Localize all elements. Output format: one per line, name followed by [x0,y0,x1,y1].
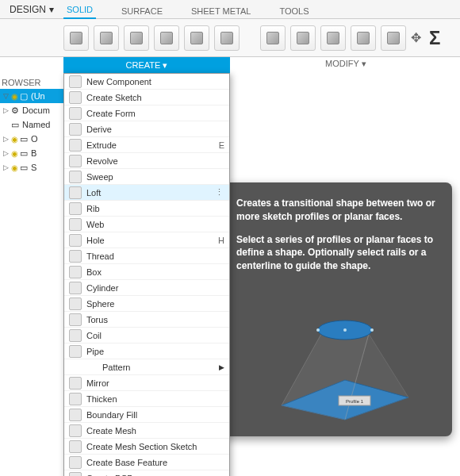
menu-item-rib[interactable]: Rib [64,201,229,217]
tree-label: O [31,134,38,144]
menu-item-sphere[interactable]: Sphere [64,296,229,312]
menu-item-label: Mirror [86,378,224,388]
tool-pattern[interactable] [214,25,240,51]
tree-node-origin[interactable]: ▷ ◉ ▭ O [0,132,63,146]
design-dropdown[interactable]: DESIGN ▾ [3,2,60,17]
sweep-icon [69,171,82,183]
menu-item-pattern[interactable]: Pattern▶ [64,359,229,375]
menu-item-boundary-fill[interactable]: Boundary Fill [64,407,229,423]
modify-dropdown-label[interactable]: MODIFY ▾ [325,59,366,69]
tool-modify-2[interactable] [290,25,316,51]
menu-item-sweep[interactable]: Sweep [64,169,229,185]
create-dropdown-header[interactable]: CREATE ▾ [63,57,230,73]
menu-item-thread[interactable]: Thread [64,248,229,264]
menu-item-revolve[interactable]: Revolve [64,153,229,169]
tree-node-document[interactable]: ▷ ⚙ Docum [0,103,63,117]
menu-item-create-mesh[interactable]: Create Mesh [64,423,229,439]
tool-hole[interactable] [184,25,209,51]
menu-item-create-pcb[interactable]: Create PCB [64,470,229,476]
menu-item-label: Cylinder [86,283,224,293]
menu-item-create-form[interactable]: Create Form [64,106,229,121]
menu-item-coil[interactable]: Coil [64,328,229,344]
tree-label: B [31,148,36,158]
menu-item-label: Torus [86,315,224,324]
tab-tools[interactable]: TOOLS [276,3,312,19]
tool-extrude[interactable] [124,25,149,51]
menu-item-new-component[interactable]: New Component [64,74,229,90]
mesh-section-icon [69,440,82,453]
menu-item-create-mesh-section-sketch[interactable]: Create Mesh Section Sketch [64,439,229,455]
menu-item-create-sketch[interactable]: Create Sketch [64,90,229,106]
menu-item-label: Derive [86,125,224,134]
web-icon [69,218,82,231]
derive-icon [69,123,82,136]
menu-item-extrude[interactable]: ExtrudeE [64,137,229,153]
ribbon-tabs: SOLID SURFACE SHEET METAL TOOLS [63,0,312,19]
thread-icon [69,250,82,263]
loft-tooltip: Creates a transitional shape between two… [222,182,452,436]
menu-item-label: Revolve [86,156,224,166]
menu-item-loft[interactable]: Loft⋮ [64,185,229,201]
tree-label: S [31,163,36,172]
menu-item-thicken[interactable]: Thicken [64,391,229,407]
tab-solid[interactable]: SOLID [63,2,96,19]
tree-node-named[interactable]: ▭ Named [0,117,63,132]
expand-icon[interactable]: ▷ [2,106,10,114]
menu-item-label: Sweep [86,172,224,182]
tab-surface[interactable]: SURFACE [118,3,166,19]
tool-revolve[interactable] [154,25,179,51]
menu-item-create-base-feature[interactable]: Create Base Feature [64,455,229,470]
menu-item-box[interactable]: Box [64,264,229,280]
lightbulb-icon[interactable]: ◉ [11,92,18,101]
folder-icon: ▭ [11,120,21,130]
menu-item-pipe[interactable]: Pipe [64,344,229,359]
loft-illustration: Profile 1 [236,282,438,425]
more-icon[interactable]: ⋮ [215,187,224,198]
create-menu: New ComponentCreate SketchCreate FormDer… [63,73,230,476]
loft-icon [69,186,82,199]
folder-icon: ▭ [20,163,29,173]
move-icon[interactable]: ✥ [411,30,421,45]
revolve-icon [69,155,82,167]
expand-icon[interactable]: ▷ [2,135,10,143]
box-icon [69,266,82,278]
menu-item-label: Create Mesh [86,426,224,436]
menu-item-cylinder[interactable]: Cylinder [64,280,229,296]
cylinder-icon [69,282,82,294]
menu-item-label: Extrude [86,140,214,150]
menu-item-label: Coil [86,331,224,340]
tool-modify-5[interactable] [381,25,406,51]
lightbulb-icon[interactable]: ◉ [11,163,18,172]
tooltip-line1: Creates a transitional shape between two… [236,197,438,224]
tree-node-bodies[interactable]: ▷ ◉ ▭ B [0,146,63,160]
browser-tree: ▽ ◉ ▢ (Un ▷ ⚙ Docum ▭ Named ▷ ◉ ▭ O ▷ ◉ … [0,89,63,175]
tool-modify-4[interactable] [351,25,376,51]
expand-icon[interactable]: ▽ [2,92,10,100]
browser-panel-title: ROWSER [2,78,41,87]
parameters-sigma-icon[interactable]: Σ [429,27,440,49]
expand-icon[interactable]: ▷ [2,163,10,171]
menu-item-web[interactable]: Web [64,217,229,232]
tool-modify-3[interactable] [320,25,346,51]
tab-sheet-metal[interactable]: SHEET METAL [188,3,254,19]
menu-item-derive[interactable]: Derive [64,121,229,137]
menu-item-mirror[interactable]: Mirror [64,375,229,391]
tool-modify-1[interactable] [260,25,286,51]
menu-item-hole[interactable]: HoleH [64,232,229,248]
tool-new-sketch[interactable] [63,25,89,51]
folder-icon: ▭ [20,134,29,144]
mirror-icon [69,377,82,390]
svg-point-4 [343,328,347,332]
tool-box[interactable] [94,25,119,51]
tree-node-root[interactable]: ▽ ◉ ▢ (Un [0,89,63,103]
tree-label: Named [22,120,50,129]
menu-item-torus[interactable]: Torus [64,312,229,328]
expand-icon[interactable]: ▷ [2,149,10,157]
boundary-fill-icon [69,409,82,421]
lightbulb-icon[interactable]: ◉ [11,135,18,144]
component-icon: ▢ [20,91,29,102]
menu-shortcut: E [219,140,224,150]
lightbulb-icon[interactable]: ◉ [11,149,18,158]
tree-node-sketches[interactable]: ▷ ◉ ▭ S [0,160,63,175]
base-feature-icon [69,456,82,469]
